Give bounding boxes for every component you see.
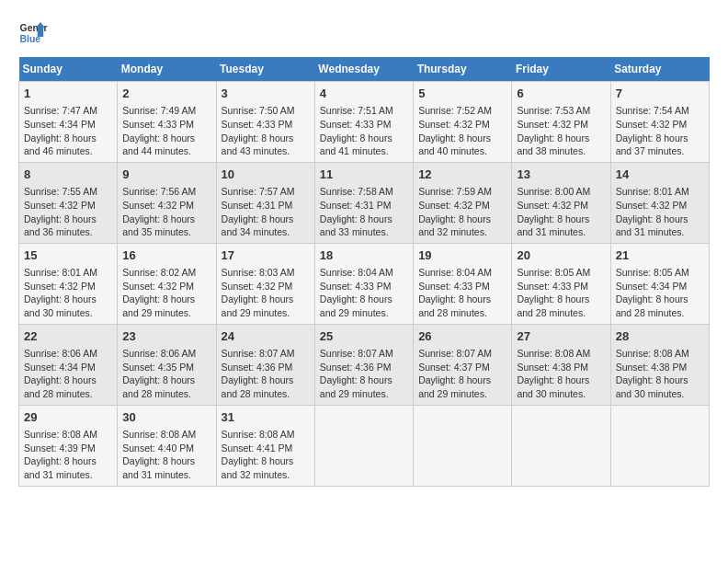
- day-number: 14: [616, 167, 704, 183]
- calendar-cell: 10Sunrise: 7:57 AMSunset: 4:31 PMDayligh…: [216, 162, 314, 243]
- week-row-4: 22Sunrise: 8:06 AMSunset: 4:34 PMDayligh…: [19, 324, 710, 405]
- sunset: Sunset: 4:34 PM: [616, 281, 688, 292]
- day-number: 24: [222, 328, 310, 345]
- sunrise: Sunrise: 7:50 AM: [222, 105, 295, 116]
- sunset: Sunset: 4:32 PM: [418, 119, 490, 130]
- calendar-cell: [512, 405, 610, 486]
- sunrise: Sunrise: 8:07 AM: [418, 348, 492, 359]
- sunrise: Sunrise: 8:02 AM: [122, 267, 196, 278]
- calendar-cell: 27Sunrise: 8:08 AMSunset: 4:38 PMDayligh…: [512, 324, 610, 405]
- calendar-cell: 22Sunrise: 8:06 AMSunset: 4:34 PMDayligh…: [19, 324, 118, 405]
- sunrise: Sunrise: 7:49 AM: [122, 105, 196, 116]
- daylight: Daylight: 8 hours and 29 minutes.: [418, 374, 491, 399]
- daylight: Daylight: 8 hours and 36 minutes.: [24, 213, 97, 238]
- svg-text:General: General: [20, 23, 48, 33]
- sunset: Sunset: 4:36 PM: [222, 362, 293, 373]
- day-number: 3: [222, 86, 310, 102]
- daylight: Daylight: 8 hours and 31 minutes.: [616, 213, 688, 238]
- daylight: Daylight: 8 hours and 43 minutes.: [222, 132, 294, 157]
- sunset: Sunset: 4:32 PM: [517, 200, 588, 211]
- daylight: Daylight: 8 hours and 30 minutes.: [24, 293, 97, 318]
- day-number: 17: [222, 247, 310, 264]
- daylight: Daylight: 8 hours and 31 minutes.: [517, 213, 589, 238]
- daylight: Daylight: 8 hours and 28 minutes.: [616, 293, 688, 318]
- sunset: Sunset: 4:38 PM: [517, 362, 588, 373]
- daylight: Daylight: 8 hours and 30 minutes.: [616, 374, 688, 399]
- day-number: 30: [122, 409, 210, 426]
- header-tuesday: Tuesday: [216, 57, 314, 82]
- day-number: 15: [24, 247, 112, 264]
- sunrise: Sunrise: 7:58 AM: [320, 186, 393, 197]
- sunset: Sunset: 4:32 PM: [517, 119, 588, 130]
- sunset: Sunset: 4:31 PM: [222, 200, 293, 211]
- sunrise: Sunrise: 8:03 AM: [222, 267, 295, 278]
- calendar-cell: 26Sunrise: 8:07 AMSunset: 4:37 PMDayligh…: [414, 324, 512, 405]
- daylight: Daylight: 8 hours and 44 minutes.: [122, 132, 195, 157]
- header-saturday: Saturday: [610, 57, 709, 82]
- day-number: 9: [122, 167, 210, 183]
- calendar-cell: 20Sunrise: 8:05 AMSunset: 4:33 PMDayligh…: [512, 243, 610, 324]
- day-number: 7: [616, 86, 704, 102]
- calendar-cell: 25Sunrise: 8:07 AMSunset: 4:36 PMDayligh…: [314, 324, 413, 405]
- day-number: 2: [122, 86, 210, 102]
- sunset: Sunset: 4:33 PM: [222, 119, 293, 130]
- sunset: Sunset: 4:32 PM: [24, 281, 96, 292]
- sunrise: Sunrise: 8:08 AM: [616, 348, 689, 359]
- sunrise: Sunrise: 7:47 AM: [24, 105, 97, 116]
- sunrise: Sunrise: 8:01 AM: [24, 267, 97, 278]
- week-row-5: 29Sunrise: 8:08 AMSunset: 4:39 PMDayligh…: [19, 405, 710, 486]
- sunset: Sunset: 4:34 PM: [24, 119, 96, 130]
- sunset: Sunset: 4:33 PM: [320, 119, 392, 130]
- day-number: 18: [320, 247, 408, 264]
- calendar-cell: 2Sunrise: 7:49 AMSunset: 4:33 PMDaylight…: [118, 82, 216, 163]
- day-number: 20: [517, 247, 605, 264]
- daylight: Daylight: 8 hours and 46 minutes.: [24, 132, 97, 157]
- week-row-1: 1Sunrise: 7:47 AMSunset: 4:34 PMDaylight…: [19, 82, 710, 163]
- sunrise: Sunrise: 7:56 AM: [122, 186, 196, 197]
- day-number: 22: [24, 328, 112, 345]
- sunrise: Sunrise: 8:05 AM: [616, 267, 689, 278]
- day-number: 23: [122, 328, 210, 345]
- daylight: Daylight: 8 hours and 35 minutes.: [122, 213, 195, 238]
- day-number: 10: [222, 167, 310, 183]
- calendar-cell: 6Sunrise: 7:53 AMSunset: 4:32 PMDaylight…: [512, 82, 610, 163]
- calendar-cell: 23Sunrise: 8:06 AMSunset: 4:35 PMDayligh…: [118, 324, 216, 405]
- sunrise: Sunrise: 7:54 AM: [616, 105, 689, 116]
- sunrise: Sunrise: 8:00 AM: [517, 186, 590, 197]
- sunset: Sunset: 4:36 PM: [320, 362, 392, 373]
- sunset: Sunset: 4:40 PM: [122, 442, 194, 454]
- daylight: Daylight: 8 hours and 28 minutes.: [24, 374, 97, 399]
- day-number: 4: [320, 86, 408, 102]
- daylight: Daylight: 8 hours and 28 minutes.: [418, 293, 491, 318]
- day-number: 13: [517, 167, 605, 183]
- calendar-cell: 14Sunrise: 8:01 AMSunset: 4:32 PMDayligh…: [610, 162, 709, 243]
- sunset: Sunset: 4:31 PM: [320, 200, 392, 211]
- sunrise: Sunrise: 7:52 AM: [418, 105, 492, 116]
- daylight: Daylight: 8 hours and 34 minutes.: [222, 213, 294, 238]
- sunrise: Sunrise: 8:04 AM: [418, 267, 492, 278]
- calendar-cell: 28Sunrise: 8:08 AMSunset: 4:38 PMDayligh…: [610, 324, 709, 405]
- header-row: SundayMondayTuesdayWednesdayThursdayFrid…: [19, 57, 710, 82]
- day-number: 1: [24, 86, 112, 102]
- day-number: 31: [222, 409, 310, 426]
- day-number: 8: [24, 167, 112, 183]
- daylight: Daylight: 8 hours and 28 minutes.: [222, 374, 294, 399]
- calendar-cell: [314, 405, 413, 486]
- header-wednesday: Wednesday: [314, 57, 413, 82]
- day-number: 5: [418, 86, 506, 102]
- sunset: Sunset: 4:33 PM: [320, 281, 392, 292]
- sunrise: Sunrise: 8:01 AM: [616, 186, 689, 197]
- calendar-cell: 12Sunrise: 7:59 AMSunset: 4:32 PMDayligh…: [414, 162, 512, 243]
- calendar-cell: 29Sunrise: 8:08 AMSunset: 4:39 PMDayligh…: [19, 405, 118, 486]
- sunrise: Sunrise: 7:57 AM: [222, 186, 295, 197]
- header-thursday: Thursday: [414, 57, 512, 82]
- sunrise: Sunrise: 8:08 AM: [24, 429, 97, 440]
- sunrise: Sunrise: 7:59 AM: [418, 186, 492, 197]
- daylight: Daylight: 8 hours and 32 minutes.: [418, 213, 491, 238]
- calendar-cell: 5Sunrise: 7:52 AMSunset: 4:32 PMDaylight…: [414, 82, 512, 163]
- day-number: 11: [320, 167, 408, 183]
- daylight: Daylight: 8 hours and 29 minutes.: [122, 293, 195, 318]
- calendar-table: SundayMondayTuesdayWednesdayThursdayFrid…: [18, 57, 710, 487]
- daylight: Daylight: 8 hours and 41 minutes.: [320, 132, 392, 157]
- week-row-2: 8Sunrise: 7:55 AMSunset: 4:32 PMDaylight…: [19, 162, 710, 243]
